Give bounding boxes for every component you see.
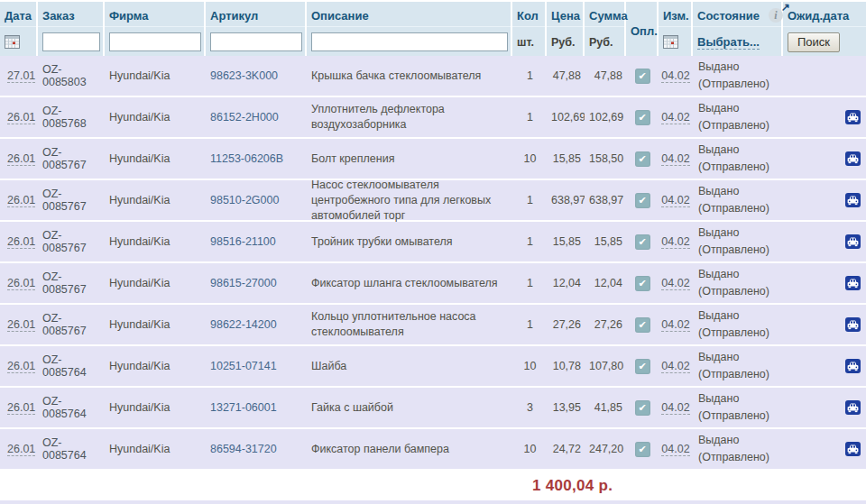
col-status-label: Состояние — [697, 9, 760, 23]
row-quantity: 1 — [512, 275, 547, 291]
row-change-date-link[interactable]: 04.02 — [661, 69, 689, 83]
row-description: Крышка бачка стеклоомывателя — [307, 67, 512, 86]
paid-checkbox[interactable]: ✔ — [635, 69, 650, 84]
row-change-date-link[interactable]: 04.02 — [661, 401, 689, 415]
row-order-number: OZ-0085768 — [38, 103, 105, 132]
calendar-icon[interactable] — [5, 35, 20, 50]
row-date-link[interactable]: 26.01 — [7, 152, 35, 166]
row-date-link[interactable]: 26.01 — [7, 443, 35, 456]
row-change-date-link[interactable]: 04.02 — [661, 360, 689, 373]
col-sum-unit: Руб. — [585, 27, 624, 55]
car-icon[interactable] — [845, 317, 861, 332]
row-expected-date — [783, 74, 839, 78]
row-sum: 102,69 — [585, 109, 626, 125]
paid-checkbox[interactable]: ✔ — [635, 442, 650, 457]
row-change-date-link[interactable]: 04.02 — [661, 277, 689, 290]
car-icon[interactable] — [845, 151, 861, 166]
row-firm: Hyundai/Kia — [105, 68, 206, 84]
row-quantity: 10 — [512, 358, 547, 374]
car-icon[interactable] — [845, 276, 861, 290]
row-status: Выдано(Отправлено) — [693, 57, 783, 95]
table-row: 27.01 OZ-0085803 Hyundai/Kia 98623-3K000… — [0, 56, 866, 96]
table-row: 26.01 OZ-0085768 Hyundai/Kia 86152-2H000… — [0, 97, 866, 137]
row-price: 27,26 — [547, 316, 585, 333]
row-date-link[interactable]: 26.01 — [7, 235, 35, 249]
row-sum: 638,97 — [585, 192, 626, 208]
table-row: 26.01 OZ-0085764 Hyundai/Kia 86594-31720… — [0, 429, 866, 469]
status-select-link[interactable]: Выбрать... — [697, 35, 760, 50]
car-icon[interactable] — [845, 193, 861, 207]
firm-filter-input[interactable] — [109, 32, 201, 51]
col-izm-label: Изм. — [659, 2, 691, 27]
total-amount: 1 400,04 р. — [532, 477, 613, 495]
article-filter-input[interactable] — [210, 32, 302, 51]
paid-checkbox[interactable]: ✔ — [635, 193, 650, 208]
row-description: Тройник трубки омывателя — [307, 233, 512, 252]
row-date-link[interactable]: 26.01 — [7, 277, 35, 290]
row-date-link[interactable]: 26.01 — [7, 111, 35, 124]
paid-checkbox[interactable]: ✔ — [635, 234, 650, 250]
table-row: 26.01 OZ-0085764 Hyundai/Kia 13271-06001… — [0, 388, 866, 427]
search-button[interactable]: Поиск — [788, 32, 840, 52]
row-status: Выдано(Отправлено) — [693, 98, 783, 136]
table-row: 26.01 OZ-0085767 Hyundai/Kia 98510-2G000… — [0, 180, 866, 220]
row-article: 98516-21100 — [206, 234, 307, 250]
row-change-date-link[interactable]: 04.02 — [661, 194, 689, 207]
row-firm: Hyundai/Kia — [105, 192, 206, 208]
car-icon[interactable] — [845, 400, 861, 415]
row-date-link[interactable]: 26.01 — [7, 360, 35, 373]
row-order-number: OZ-0085767 — [38, 310, 105, 339]
row-expected-date — [783, 157, 839, 160]
car-icon[interactable] — [845, 442, 861, 456]
col-description-label: Описание — [307, 2, 511, 27]
col-qty-unit: шт. — [512, 27, 545, 55]
row-firm: Hyundai/Kia — [105, 234, 206, 250]
paid-checkbox[interactable]: ✔ — [635, 359, 650, 374]
row-expected-date — [783, 447, 839, 451]
row-firm: Hyundai/Kia — [105, 441, 206, 457]
row-date-link[interactable]: 26.01 — [7, 318, 35, 332]
table-row: 26.01 OZ-0085767 Hyundai/Kia 11253-06206… — [0, 139, 866, 179]
row-firm: Hyundai/Kia — [105, 316, 206, 333]
paid-checkbox[interactable]: ✔ — [635, 151, 650, 167]
paid-checkbox[interactable]: ✔ — [635, 317, 650, 333]
row-firm: Hyundai/Kia — [105, 399, 206, 416]
row-date-link[interactable]: 26.01 — [7, 401, 35, 415]
paid-checkbox[interactable]: ✔ — [635, 276, 650, 291]
row-date-link[interactable]: 27.01 — [7, 69, 35, 83]
row-article: 98510-2G000 — [206, 192, 307, 208]
bottom-divider — [0, 500, 866, 504]
row-date-link[interactable]: 26.01 — [7, 194, 35, 207]
row-status: Выдано(Отправлено) — [693, 347, 783, 385]
col-firm: Фирма — [105, 2, 206, 56]
car-icon[interactable] — [845, 359, 861, 373]
row-sum: 15,85 — [585, 234, 626, 250]
row-change-date-link[interactable]: 04.02 — [661, 152, 689, 166]
row-expected-date — [783, 364, 839, 368]
col-price-unit: Руб. — [547, 27, 583, 55]
row-article: 11253-06206B — [206, 151, 307, 167]
paid-checkbox[interactable]: ✔ — [635, 400, 650, 416]
table-row: 26.01 OZ-0085767 Hyundai/Kia 98622-14200… — [0, 305, 866, 344]
row-sum: 158,50 — [585, 151, 626, 167]
row-change-date-link[interactable]: 04.02 — [661, 443, 689, 456]
row-price: 24,72 — [547, 441, 585, 457]
calendar-icon[interactable] — [663, 35, 678, 50]
car-icon[interactable] — [845, 234, 861, 249]
order-filter-input[interactable] — [42, 32, 100, 51]
row-price: 15,85 — [547, 234, 585, 250]
col-order: Заказ — [38, 2, 105, 56]
col-order-label: Заказ — [38, 2, 103, 27]
row-expected-date — [783, 406, 839, 409]
description-filter-input[interactable] — [311, 32, 508, 51]
row-quantity: 10 — [512, 151, 547, 167]
row-status: Выдано(Отправлено) — [693, 389, 783, 426]
row-sum: 107,80 — [585, 358, 626, 374]
paid-checkbox[interactable]: ✔ — [635, 110, 650, 125]
row-change-date-link[interactable]: 04.02 — [661, 111, 689, 124]
row-change-date-link[interactable]: 04.02 — [661, 318, 689, 332]
car-icon[interactable] — [845, 110, 861, 124]
row-change-date-link[interactable]: 04.02 — [661, 235, 689, 249]
col-status: Состояние i ↗ Выбрать... — [693, 2, 783, 56]
row-order-number: OZ-0085767 — [38, 269, 105, 298]
